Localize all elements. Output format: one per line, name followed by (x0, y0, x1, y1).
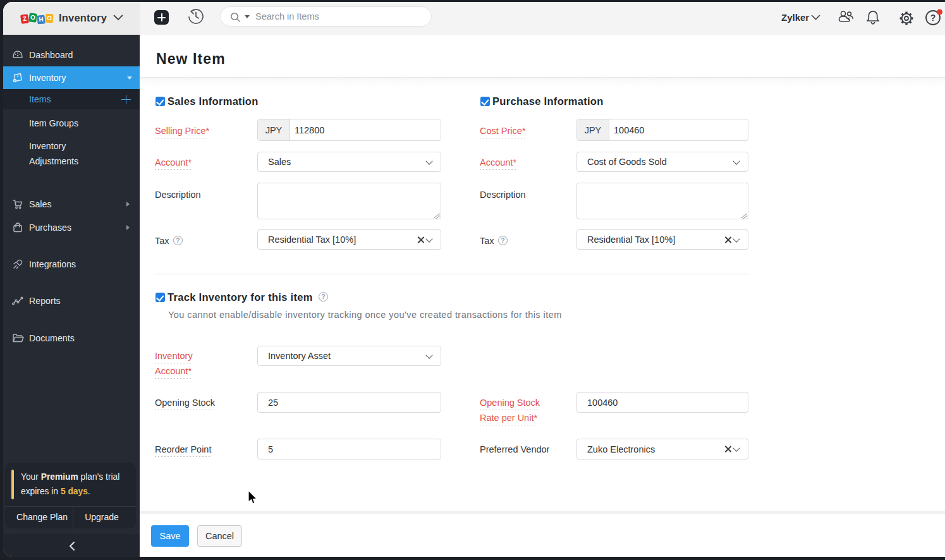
svg-text:?: ? (930, 13, 936, 23)
